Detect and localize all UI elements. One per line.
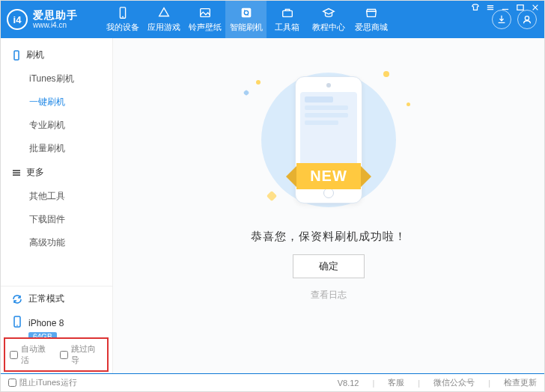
graduation-icon [322, 6, 335, 19]
new-ribbon: NEW [296, 163, 361, 189]
sidebar-item-batch-flash[interactable]: 批量刷机 [1, 137, 112, 160]
auto-activate-checkbox[interactable]: 自动激活 [10, 343, 52, 366]
footer-link-update[interactable]: 检查更新 [504, 377, 537, 388]
close-icon[interactable] [531, 3, 540, 12]
success-text: 恭喜您，保资料刷机成功啦！ [251, 230, 407, 244]
version-label: V8.12 [338, 379, 359, 388]
skip-wizard-checkbox[interactable]: 跳过向导 [60, 343, 103, 366]
sidebar-item-onekey-flash[interactable]: 一键刷机 [1, 91, 112, 114]
sidebar-item-advanced[interactable]: 高级功能 [1, 231, 112, 254]
status-bar: 阻止iTunes运行 V8.12 | 客服 | 微信公众号 | 检查更新 [1, 373, 544, 391]
svg-rect-5 [282, 10, 292, 16]
nav-flash[interactable]: 智能刷机 [225, 1, 267, 38]
highlight-options: 自动激活 跳过向导 [4, 337, 109, 372]
main-nav: 我的设备 应用游戏 铃声壁纸 智能刷机 工具箱 教程中心 爱思商城 [102, 1, 486, 38]
nav-tutorials[interactable]: 教程中心 [308, 1, 349, 38]
nav-apps[interactable]: 应用游戏 [143, 1, 184, 38]
success-illustration: NEW [243, 65, 415, 215]
logo[interactable]: i4 爱思助手 www.i4.cn [1, 1, 102, 38]
footer-link-wechat[interactable]: 微信公众号 [433, 377, 475, 388]
toolbox-icon [281, 6, 294, 19]
nav-my-device[interactable]: 我的设备 [102, 1, 143, 38]
logo-icon: i4 [7, 9, 28, 30]
device-mode-row[interactable]: 正常模式 [1, 287, 112, 311]
sidebar-item-pro-flash[interactable]: 专业刷机 [1, 114, 112, 137]
maximize-icon[interactable] [516, 3, 525, 12]
apps-icon [157, 6, 171, 19]
sidebar-item-itunes-flash[interactable]: iTunes刷机 [1, 67, 112, 91]
minimize-icon[interactable] [501, 3, 510, 12]
svg-point-6 [525, 16, 529, 20]
wallpaper-icon [198, 6, 212, 19]
footer-link-support[interactable]: 客服 [388, 377, 404, 388]
nav-store[interactable]: 爱思商城 [349, 1, 394, 38]
phone-icon [116, 6, 130, 19]
view-log-link[interactable]: 查看日志 [311, 289, 347, 301]
menu-small-icon [11, 168, 22, 178]
sidebar-group-more[interactable]: 更多 [1, 160, 112, 185]
nav-toolbox[interactable]: 工具箱 [267, 1, 308, 38]
device-mode-label: 正常模式 [28, 293, 64, 305]
block-itunes-checkbox[interactable]: 阻止iTunes运行 [8, 377, 77, 388]
flash-icon [240, 6, 253, 19]
svg-rect-0 [517, 5, 523, 10]
main-panel: NEW 恭喜您，保资料刷机成功啦！ 确定 查看日志 [113, 38, 544, 373]
download-button[interactable] [492, 10, 511, 29]
nav-ringtones[interactable]: 铃声壁纸 [184, 1, 225, 38]
menu-icon[interactable] [486, 3, 495, 12]
svg-rect-7 [14, 51, 19, 60]
refresh-icon [11, 293, 23, 305]
sidebar-item-other-tools[interactable]: 其他工具 [1, 185, 112, 208]
user-button[interactable] [517, 10, 537, 29]
sidebar-group-flash[interactable]: 刷机 [1, 43, 112, 67]
logo-title: 爱思助手 [33, 10, 78, 21]
svg-point-9 [16, 325, 18, 326]
ok-button[interactable]: 确定 [293, 254, 365, 278]
tshirt-icon[interactable] [471, 3, 480, 12]
sidebar-item-download-fw[interactable]: 下载固件 [1, 208, 112, 231]
logo-subtitle: www.i4.cn [33, 21, 78, 30]
phone-small-icon [11, 50, 22, 61]
app-header: i4 爱思助手 www.i4.cn 我的设备 应用游戏 铃声壁纸 智能刷机 工具… [1, 1, 544, 38]
store-icon [365, 6, 378, 19]
device-phone-icon [11, 316, 23, 330]
sidebar: 刷机 iTunes刷机 一键刷机 专业刷机 批量刷机 更多 其他工具 下载固件 … [1, 38, 113, 373]
device-name: iPhone 8 [28, 318, 64, 328]
